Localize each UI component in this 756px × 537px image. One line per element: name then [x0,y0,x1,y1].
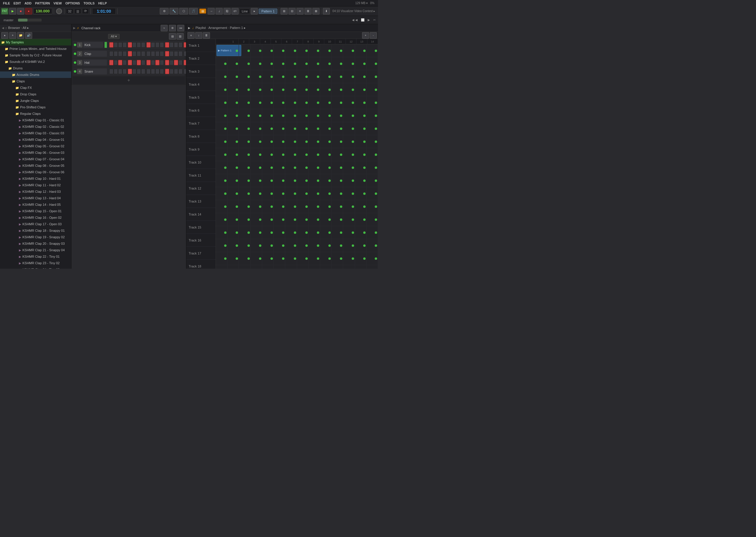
grid-cell-5-1[interactable] [228,109,239,122]
rack-bars-btn[interactable]: ▪▪▪ [177,25,184,31]
grid-cell-1-13[interactable] [366,57,378,70]
grid-cell-15-1[interactable] [228,239,239,252]
tree-item-32[interactable]: ▶KSHMR Clap 21 - Snappy 04 [0,247,71,253]
grid-cell-2-12[interactable] [355,70,366,83]
grid-row-0[interactable]: ▶ Pattern 1 [216,44,378,57]
beat-btn-0-11[interactable] [160,42,164,48]
grid-cell-10-9[interactable] [320,174,332,187]
grid-cell-14-5[interactable] [274,226,285,239]
grid-cell-0-9[interactable] [320,44,332,57]
grid-cell-12-11[interactable] [343,200,355,213]
grid-cell-9-3[interactable] [251,161,262,174]
playlist-collapse-btn[interactable]: ▶ [188,26,190,29]
grid-cell-4-1[interactable] [228,96,239,109]
tree-item-9[interactable]: 📁Jungle Claps [0,98,71,104]
grid-cell-10-4[interactable] [262,174,274,187]
beat-btn-3-2[interactable] [118,69,122,74]
grid-cell-7-13[interactable] [366,135,378,148]
grid-cell-10-3[interactable] [251,174,262,187]
grid-cell-1-10[interactable] [332,57,343,70]
beat-btn-2-16[interactable] [184,60,186,65]
beat-btn-0-1[interactable] [114,42,118,48]
grid-cell-11-4[interactable] [262,187,274,200]
grid-row-12[interactable] [216,200,378,213]
grid-cell-9-6[interactable] [285,161,297,174]
grid-cell-0-12[interactable] [355,44,366,57]
grid-cell-11-9[interactable] [320,187,332,200]
grid-row-15[interactable] [216,239,378,252]
line-selector[interactable]: Line [239,9,250,14]
grid-cell-11-13[interactable] [366,187,378,200]
grid-cell-8-5[interactable] [274,148,285,161]
track-label-11[interactable]: Track 12 [186,182,216,195]
grid-cell-7-11[interactable] [343,135,355,148]
tree-item-2[interactable]: 📁Sample Tools by Cr2 - Future House [0,52,71,59]
beat-btn-3-16[interactable] [184,69,186,74]
beat-btn-3-9[interactable] [151,69,155,74]
grid-cell-2-8[interactable] [309,70,320,83]
grid-cell-5-7[interactable] [297,109,309,122]
grid-cell-4-9[interactable] [320,96,332,109]
grid-cell-4-5[interactable] [274,96,285,109]
grid-cell-17-5[interactable] [274,265,285,268]
beat-btn-0-2[interactable] [118,42,122,48]
grid-cell-15-0[interactable] [216,239,228,252]
pattern-select[interactable]: Pattern 1 [259,9,277,14]
tree-item-14[interactable]: ▶KSHMR Clap 03 - Classic 03 [0,130,71,136]
grid-cell-16-10[interactable] [332,252,343,265]
grid-cell-8-9[interactable] [320,148,332,161]
menu-help[interactable]: HELP [96,1,108,6]
track-label-1[interactable]: Track 2 [186,52,216,65]
grid-cell-13-4[interactable] [262,213,274,226]
menu-options[interactable]: OPTIONS [63,1,82,6]
tool-btn-2[interactable]: 🔧 [170,8,178,15]
beat-btn-1-8[interactable] [147,51,150,57]
menu-add[interactable]: ADD [23,1,33,6]
grid-cell-10-1[interactable] [228,174,239,187]
grid-cell-3-12[interactable] [355,83,366,96]
tree-item-11[interactable]: 📁Regular Claps [0,110,71,117]
beat-btn-1-3[interactable] [123,51,127,57]
grid-cell-7-0[interactable] [216,135,228,148]
grid-cell-17-4[interactable] [262,265,274,268]
rack-settings-btn[interactable]: ⚙ [169,25,176,31]
grid-cell-8-13[interactable] [366,148,378,161]
grid-cell-14-7[interactable] [297,226,309,239]
beat-btn-1-4[interactable] [128,51,132,57]
grid-cell-15-13[interactable] [366,239,378,252]
grid-cell-2-9[interactable] [320,70,332,83]
grid-cell-12-8[interactable] [309,200,320,213]
grid-cell-0-11[interactable] [343,44,355,57]
beat-btn-0-6[interactable] [137,42,141,48]
track-label-13[interactable]: Track 14 [186,208,216,221]
ch-name-2[interactable]: Hat [83,60,107,65]
beat-btn-3-13[interactable] [170,69,174,74]
grid-cell-17-1[interactable] [228,265,239,268]
browser-add-btn[interactable]: + [9,32,16,39]
grid-cell-8-8[interactable] [309,148,320,161]
rack-mix-btn[interactable]: ≈ [161,25,168,31]
grid-cell-17-3[interactable] [251,265,262,268]
grid-cell-16-4[interactable] [262,252,274,265]
grid-cell-6-9[interactable] [320,122,332,135]
grid-cell-2-0[interactable] [216,70,228,83]
tree-item-35[interactable]: ▶KSHMR Clap 24 - Tiny 03 [0,266,71,268]
grid-cell-13-2[interactable] [239,213,250,226]
grid-cell-17-12[interactable] [355,265,366,268]
tree-item-33[interactable]: ▶KSHMR Clap 22 - Tiny 01 [0,253,71,260]
grid-cell-5-2[interactable] [239,109,250,122]
grid-cell-13-12[interactable] [355,213,366,226]
grid-cell-3-3[interactable] [251,83,262,96]
playlist-tool-2[interactable]: ↕ [195,32,202,39]
track-label-17[interactable]: Track 18 [186,260,216,268]
grid-cell-3-2[interactable] [239,83,250,96]
grid-cell-10-8[interactable] [309,174,320,187]
grid-cell-15-11[interactable] [343,239,355,252]
grid-cell-6-13[interactable] [366,122,378,135]
beat-btn-2-1[interactable] [114,60,118,65]
play-button[interactable]: ▶ [9,8,16,15]
tree-item-16[interactable]: ▶KSHMR Clap 05 - Groove 02 [0,143,71,149]
bpm-display[interactable]: 130.000 [33,8,52,14]
grid-cell-1-2[interactable] [239,57,250,70]
grid-cell-13-9[interactable] [320,213,332,226]
